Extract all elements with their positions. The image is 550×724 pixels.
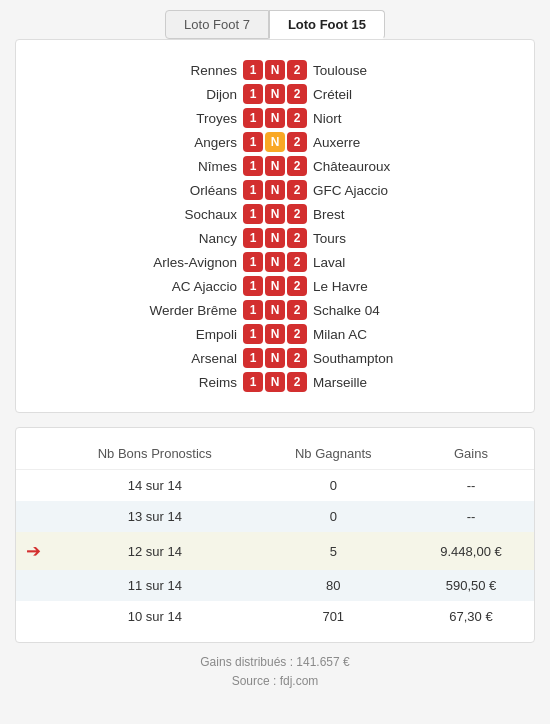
badge-n: N (265, 84, 285, 104)
stat-gains: 590,50 € (408, 570, 534, 601)
badge-1: 1 (243, 252, 263, 272)
match-row: Angers 1 N 2 Auxerre (26, 132, 524, 152)
match-badges: 1 N 2 (243, 228, 307, 248)
badge-n: N (265, 132, 285, 152)
team-home: Dijon (93, 87, 243, 102)
stats-row: 11 sur 14 80 590,50 € (16, 570, 534, 601)
badge-2: 2 (287, 300, 307, 320)
badge-1: 1 (243, 156, 263, 176)
stat-gains: -- (408, 470, 534, 502)
match-badges: 1 N 2 (243, 252, 307, 272)
badge-n: N (265, 348, 285, 368)
badge-2: 2 (287, 108, 307, 128)
col-header-pronostics: Nb Bons Pronostics (51, 438, 259, 470)
badge-2: 2 (287, 84, 307, 104)
team-home: Nîmes (93, 159, 243, 174)
match-badges: 1 N 2 (243, 348, 307, 368)
badge-2: 2 (287, 180, 307, 200)
match-row: Orléans 1 N 2 GFC Ajaccio (26, 180, 524, 200)
match-badges: 1 N 2 (243, 324, 307, 344)
arrow-icon: ➔ (26, 541, 41, 561)
badge-2: 2 (287, 372, 307, 392)
match-badges: 1 N 2 (243, 156, 307, 176)
stat-gains: 9.448,00 € (408, 532, 534, 570)
match-badges: 1 N 2 (243, 84, 307, 104)
badge-n: N (265, 180, 285, 200)
match-badges: 1 N 2 (243, 204, 307, 224)
team-home: Reims (93, 375, 243, 390)
match-badges: 1 N 2 (243, 180, 307, 200)
badge-1: 1 (243, 204, 263, 224)
badge-2: 2 (287, 228, 307, 248)
badge-n: N (265, 324, 285, 344)
match-row: Troyes 1 N 2 Niort (26, 108, 524, 128)
stat-pronostics: 11 sur 14 (51, 570, 259, 601)
match-row: Empoli 1 N 2 Milan AC (26, 324, 524, 344)
team-home: Werder Brême (93, 303, 243, 318)
stat-gains: 67,30 € (408, 601, 534, 632)
footer: Gains distribués : 141.657 € Source : fd… (200, 653, 349, 691)
match-row: Werder Brême 1 N 2 Schalke 04 (26, 300, 524, 320)
col-header-arrow (16, 438, 51, 470)
stat-gagnants: 5 (259, 532, 408, 570)
match-row: Reims 1 N 2 Marseille (26, 372, 524, 392)
team-away: Châteauroux (307, 159, 457, 174)
match-badges: 1 N 2 (243, 300, 307, 320)
team-away: Niort (307, 111, 457, 126)
col-header-gagnants: Nb Gagnants (259, 438, 408, 470)
footer-line2: Source : fdj.com (200, 672, 349, 691)
col-header-gains: Gains (408, 438, 534, 470)
team-away: Créteil (307, 87, 457, 102)
stat-pronostics: 13 sur 14 (51, 501, 259, 532)
match-row: Nancy 1 N 2 Tours (26, 228, 524, 248)
match-row: Dijon 1 N 2 Créteil (26, 84, 524, 104)
arrow-cell (16, 501, 51, 532)
arrow-cell: ➔ (16, 532, 51, 570)
badge-n: N (265, 108, 285, 128)
match-row: Nîmes 1 N 2 Châteauroux (26, 156, 524, 176)
badge-2: 2 (287, 252, 307, 272)
badge-2: 2 (287, 132, 307, 152)
badge-n: N (265, 276, 285, 296)
badge-n: N (265, 228, 285, 248)
team-home: Arles-Avignon (93, 255, 243, 270)
badge-n: N (265, 60, 285, 80)
team-home: Empoli (93, 327, 243, 342)
badge-n: N (265, 204, 285, 224)
team-home: Angers (93, 135, 243, 150)
stat-gagnants: 0 (259, 501, 408, 532)
stats-row: 13 sur 14 0 -- (16, 501, 534, 532)
badge-1: 1 (243, 300, 263, 320)
badge-1: 1 (243, 276, 263, 296)
badge-1: 1 (243, 180, 263, 200)
tab-lotofoot15[interactable]: Loto Foot 15 (269, 10, 385, 39)
tab-lotofoot7[interactable]: Loto Foot 7 (165, 10, 269, 39)
team-home: Sochaux (93, 207, 243, 222)
team-away: Marseille (307, 375, 457, 390)
matches-card: Rennes 1 N 2 Toulouse Dijon 1 N 2 Crétei… (15, 39, 535, 413)
footer-line1: Gains distribués : 141.657 € (200, 653, 349, 672)
match-badges: 1 N 2 (243, 276, 307, 296)
team-away: Toulouse (307, 63, 457, 78)
team-away: Auxerre (307, 135, 457, 150)
team-home: Rennes (93, 63, 243, 78)
stat-pronostics: 10 sur 14 (51, 601, 259, 632)
team-away: GFC Ajaccio (307, 183, 457, 198)
match-row: Arsenal 1 N 2 Southampton (26, 348, 524, 368)
stats-row: 14 sur 14 0 -- (16, 470, 534, 502)
match-row: Rennes 1 N 2 Toulouse (26, 60, 524, 80)
team-home: Arsenal (93, 351, 243, 366)
team-home: Nancy (93, 231, 243, 246)
badge-1: 1 (243, 60, 263, 80)
team-away: Tours (307, 231, 457, 246)
stat-pronostics: 14 sur 14 (51, 470, 259, 502)
stats-card: Nb Bons Pronostics Nb Gagnants Gains 14 … (15, 427, 535, 643)
arrow-cell (16, 570, 51, 601)
badge-n: N (265, 156, 285, 176)
arrow-cell (16, 601, 51, 632)
badge-1: 1 (243, 348, 263, 368)
tabs-container: Loto Foot 7 Loto Foot 15 (165, 10, 385, 39)
team-away: Brest (307, 207, 457, 222)
badge-1: 1 (243, 324, 263, 344)
match-badges: 1 N 2 (243, 372, 307, 392)
